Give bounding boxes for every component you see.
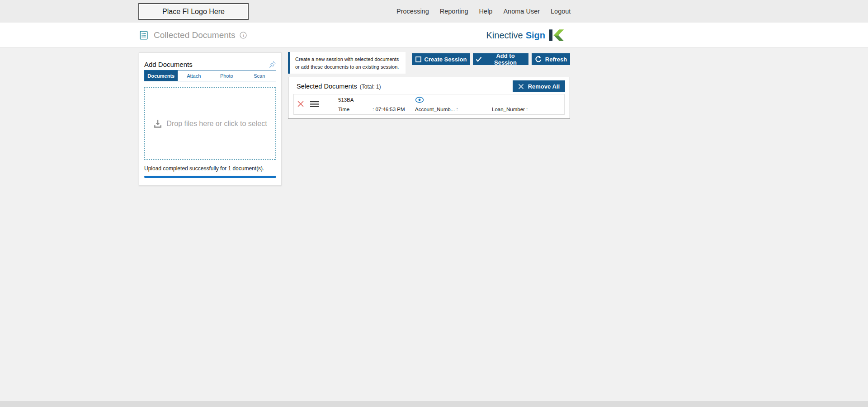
add-to-session-button[interactable]: Add to Session [473, 53, 528, 65]
remove-all-label: Remove All [528, 83, 560, 90]
create-session-label: Create Session [425, 56, 467, 63]
selected-documents-total: (Total: 1) [360, 84, 381, 90]
refresh-icon [535, 56, 542, 63]
fi-logo-placeholder: Place FI Logo Here [138, 3, 249, 20]
time-field-label: Time [338, 107, 349, 112]
tab-documents-label: Documents [147, 73, 175, 79]
loan-number-field-label: Loan_Number [492, 107, 525, 112]
collected-documents-icon [139, 30, 149, 40]
account-number-field-label: Account_Numb... : [415, 107, 458, 112]
download-icon [153, 119, 162, 128]
selected-documents-panel: Selected Documents (Total: 1) Remove All [288, 77, 570, 119]
page-bottom-strip [0, 401, 868, 407]
add-documents-tabs: Documents Attach Photo Scan [144, 70, 276, 81]
nav-user-menu[interactable]: Anoma User [503, 8, 540, 15]
tab-attach[interactable]: Attach [178, 70, 211, 81]
preview-eye-icon[interactable] [415, 97, 424, 103]
brand-name: Kinective [486, 30, 523, 41]
time-field-value: : 07:46:53 PM [373, 107, 405, 112]
remove-all-button[interactable]: Remove All [513, 80, 565, 92]
remove-all-x-icon [518, 84, 524, 89]
pin-icon[interactable] [269, 61, 276, 68]
document-list: 513BA Time : 07:46:53 PM Account_Numb...… [293, 94, 565, 115]
drag-handle-icon[interactable] [310, 101, 319, 107]
nav-processing[interactable]: Processing [396, 8, 429, 15]
refresh-button[interactable]: Refresh [532, 53, 570, 65]
tab-attach-label: Attach [187, 73, 201, 79]
add-documents-title: Add Documents [144, 61, 193, 68]
tab-photo-label: Photo [220, 73, 233, 79]
document-name: 513BA [338, 97, 354, 103]
selected-documents-header: Selected Documents (Total: 1) Remove All [288, 77, 570, 93]
loan-number-field-value: : [526, 107, 528, 112]
document-row: 513BA Time : 07:46:53 PM Account_Numb...… [294, 94, 564, 114]
upload-status-text: Upload completed successfully for 1 docu… [144, 165, 276, 172]
create-session-icon [415, 56, 421, 62]
add-documents-card: Add Documents Documents Attach Photo Sca… [139, 52, 282, 186]
kinective-logo-mark [549, 29, 564, 42]
add-to-session-label: Add to Session [485, 52, 526, 66]
brand-logo: Kinective Sign [486, 23, 565, 48]
selected-documents-title: Selected Documents [297, 83, 357, 90]
tab-photo[interactable]: Photo [210, 70, 243, 81]
svg-text:i: i [243, 33, 244, 38]
dropzone-text: Drop files here or click to select [166, 120, 267, 128]
create-session-button[interactable]: Create Session [412, 53, 470, 65]
brand-product: Sign [526, 30, 545, 41]
tab-scan-label: Scan [254, 73, 265, 79]
session-info-message: Create a new session with selected docum… [288, 52, 406, 74]
info-icon[interactable]: i [240, 32, 247, 39]
page-title: Collected Documents [154, 30, 236, 40]
page-title-group: Collected Documents i [139, 23, 247, 48]
remove-document-icon[interactable] [297, 101, 304, 107]
tab-scan[interactable]: Scan [243, 70, 276, 81]
nav-reporting[interactable]: Reporting [440, 8, 468, 15]
session-info-text: Create a new session with selected docum… [295, 56, 399, 70]
upload-progress-bar [144, 176, 276, 178]
top-bar: Place FI Logo Here Processing Reporting … [0, 0, 868, 23]
file-dropzone[interactable]: Drop files here or click to select [144, 87, 276, 160]
refresh-label: Refresh [545, 56, 567, 63]
fi-logo-text: Place FI Logo Here [162, 8, 225, 16]
tab-documents[interactable]: Documents [145, 70, 178, 81]
nav-logout[interactable]: Logout [551, 8, 571, 15]
check-icon [476, 56, 482, 62]
top-nav: Processing Reporting Help Anoma User Log… [396, 0, 571, 23]
page-header: Collected Documents i Kinective Sign [0, 23, 868, 48]
nav-help[interactable]: Help [479, 8, 493, 15]
